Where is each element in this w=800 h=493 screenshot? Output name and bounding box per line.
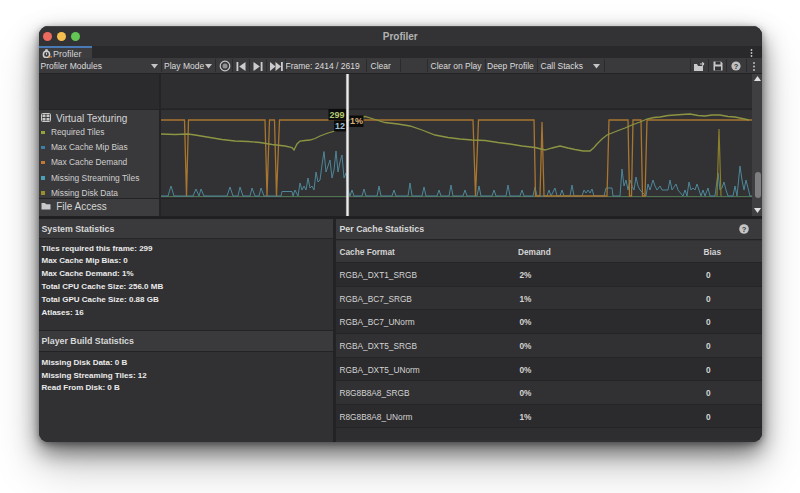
svg-text:1%: 1% <box>350 116 363 126</box>
svg-text:?: ? <box>733 62 738 71</box>
svg-text:299: 299 <box>329 110 344 120</box>
svg-text:?: ? <box>741 224 746 233</box>
svg-text:12: 12 <box>335 121 345 131</box>
